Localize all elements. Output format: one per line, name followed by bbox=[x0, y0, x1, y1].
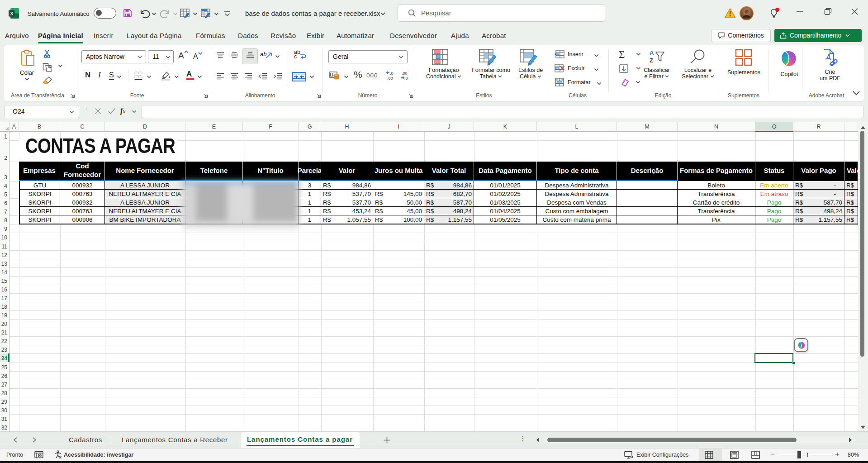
svg-text:,00: ,00 bbox=[387, 76, 393, 81]
svg-text:,00: ,00 bbox=[402, 71, 408, 76]
svg-text:X: X bbox=[10, 11, 14, 16]
svg-text:A: A bbox=[650, 49, 654, 56]
svg-text:Z: Z bbox=[650, 57, 653, 64]
svg-text:,0: ,0 bbox=[404, 76, 408, 81]
svg-text:,0: ,0 bbox=[390, 71, 394, 76]
